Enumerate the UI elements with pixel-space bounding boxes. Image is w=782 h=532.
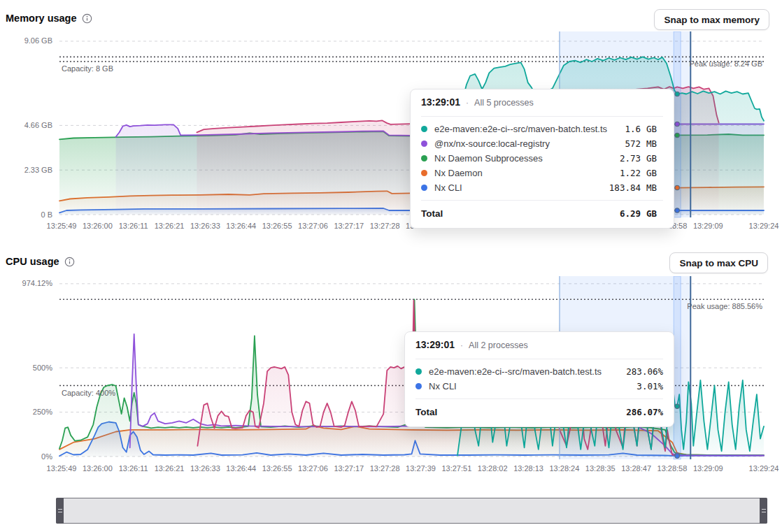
x-tick-label: 13:26:44: [226, 222, 256, 230]
x-tick-label: 13:29:24: [749, 464, 779, 473]
tooltip-process-row: @nx/nx-source:local-registry572MB: [421, 136, 663, 151]
snap-to-max-memory-button[interactable]: Snap to max memory: [654, 9, 769, 30]
tooltip-process-row: e2e-maven:e2e-ci--src/maven-batch.test.t…: [415, 364, 663, 379]
process-value-unit: GB: [646, 153, 663, 164]
info-icon[interactable]: [82, 13, 92, 24]
tooltip-process-row: Nx CLI183.84MB: [421, 180, 663, 195]
x-tick-label: 13:28:47: [621, 464, 651, 473]
process-name: e2e-maven:e2e-ci--src/maven-batch.test.t…: [429, 366, 626, 377]
process-value: 283.06: [626, 366, 657, 377]
process-value-unit: MB: [646, 182, 663, 193]
tooltip-subtitle: All 5 processes: [474, 98, 534, 108]
y-tick-label: 500%: [3, 364, 52, 372]
process-value-unit: MB: [646, 138, 663, 149]
x-tick-label: 13:26:21: [155, 464, 185, 473]
process-value: 2.73: [620, 153, 641, 164]
x-tick-label: 13:29:24: [749, 222, 779, 230]
tooltip-total-label: Total: [415, 407, 626, 417]
tooltip-header: 13:29:01 · All 2 processes: [415, 339, 663, 353]
tooltip-total-value: 6.29: [620, 208, 641, 219]
x-tick-label: 13:26:11: [119, 222, 148, 230]
x-tick-label: 13:26:33: [190, 464, 220, 473]
y-tick-label: 974.12%: [3, 279, 52, 287]
process-name: @nx/nx-source:local-registry: [434, 138, 625, 149]
y-tick-label: 0%: [3, 452, 52, 461]
tooltip-time: 13:29:01: [421, 96, 460, 108]
memory-chart: 13:29:01 · All 5 processes e2e-maven:e2e…: [0, 31, 782, 236]
process-value-unit: GB: [646, 124, 663, 134]
tooltip-time: 13:29:01: [415, 339, 455, 350]
brush-track[interactable]: [56, 498, 767, 524]
y-tick-label: 4.66 GB: [3, 121, 52, 129]
process-value-unit: %: [657, 366, 663, 377]
info-icon[interactable]: [64, 257, 75, 267]
x-tick-label: 13:27:51: [441, 464, 471, 473]
cursor-dot-teal: [675, 404, 679, 408]
cursor-dot-blue: [675, 208, 679, 213]
tooltip-header: 13:29:01 · All 5 processes: [421, 96, 663, 110]
series-color-dot: [421, 170, 427, 176]
series-color-dot: [415, 368, 422, 375]
brush-handle-right[interactable]: [760, 498, 767, 524]
tooltip-bullet: ·: [460, 340, 463, 350]
cursor-dot-orange: [675, 185, 679, 189]
snap-to-max-cpu-button[interactable]: Snap to max CPU: [669, 252, 768, 273]
process-name: e2e-maven:e2e-ci--src/maven-batch.test.t…: [434, 124, 625, 134]
x-tick-label: 13:28:35: [585, 464, 616, 473]
tooltip-total-unit: %: [657, 407, 663, 417]
x-tick-label: 13:26:00: [83, 222, 113, 230]
cursor-dot-blue: [675, 454, 679, 458]
cpu-chart: 13:29:01 · All 2 processes e2e-maven:e2e…: [0, 276, 782, 480]
series-color-dot: [421, 185, 427, 191]
x-tick-label: 13:26:33: [190, 222, 220, 230]
series-color-dot: [421, 141, 427, 147]
x-tick-label: 13:29:09: [693, 464, 723, 473]
cpu-section-header: CPU usage: [6, 256, 75, 267]
process-value: 1.6: [625, 124, 641, 134]
x-tick-label: 13:28:13: [513, 464, 543, 473]
tooltip-process-row: e2e-maven:e2e-ci--src/maven-batch.test.t…: [421, 122, 663, 136]
tooltip-bullet: ·: [466, 98, 469, 108]
process-name: Nx CLI: [434, 182, 609, 193]
tooltip-process-row: Nx CLI3.01%: [415, 379, 663, 394]
x-tick-label: 13:28:02: [478, 464, 508, 473]
x-tick-label: 13:26:11: [119, 464, 148, 473]
cursor-dot-purple: [675, 122, 679, 126]
y-tick-label: 250%: [3, 408, 52, 416]
x-tick-label: 13:25:49: [47, 464, 77, 473]
capacity-label: Capacity: 400%: [62, 389, 115, 397]
x-tick-label: 13:26:21: [155, 222, 185, 230]
tooltip-total-unit: GB: [646, 208, 663, 219]
peak-usage-label: Peak usage: 8.24 GB: [689, 59, 762, 68]
process-value: 3.01: [637, 381, 657, 391]
y-tick-label: 9.06 GB: [3, 36, 52, 45]
x-tick-label: 13:26:44: [226, 464, 256, 473]
process-name: Nx Daemon: [434, 168, 620, 178]
tooltip-process-row: Nx Daemon1.22GB: [421, 166, 663, 180]
x-tick-label: 13:27:39: [406, 464, 436, 473]
x-tick-label: 13:27:17: [334, 464, 364, 473]
x-tick-label: 13:28:58: [657, 464, 688, 473]
process-value-unit: GB: [646, 168, 663, 178]
tooltip-rows: e2e-maven:e2e-ci--src/maven-batch.test.t…: [421, 116, 663, 195]
tooltip-total-value: 286.07: [626, 407, 657, 417]
hover-crosshair: [674, 276, 681, 459]
tooltip-total-row: Total 286.07 %: [415, 398, 663, 419]
cursor-dot-teal: [675, 92, 679, 96]
cpu-tooltip: 13:29:01 · All 2 processes e2e-maven:e2e…: [404, 331, 674, 427]
tooltip-process-row: Nx Daemon Subprocesses2.73GB: [421, 151, 663, 166]
process-name: Nx Daemon Subprocesses: [434, 153, 620, 164]
series-color-dot: [421, 126, 427, 132]
x-tick-label: 13:29:09: [693, 222, 723, 230]
process-value: 572: [625, 138, 641, 149]
peak-usage-label: Peak usage: 885.56%: [687, 302, 762, 310]
process-name: Nx CLI: [429, 381, 637, 391]
process-value-unit: %: [657, 381, 663, 391]
x-tick-label: 13:26:55: [262, 222, 292, 230]
x-tick-label: 13:27:06: [298, 222, 328, 230]
x-tick-label: 13:28:24: [549, 464, 579, 473]
x-tick-label: 13:27:28: [370, 222, 400, 230]
tooltip-total-row: Total 6.29 GB: [421, 200, 663, 220]
brush-handle-left[interactable]: [56, 498, 64, 524]
memory-tooltip: 13:29:01 · All 5 processes e2e-maven:e2e…: [410, 89, 674, 229]
